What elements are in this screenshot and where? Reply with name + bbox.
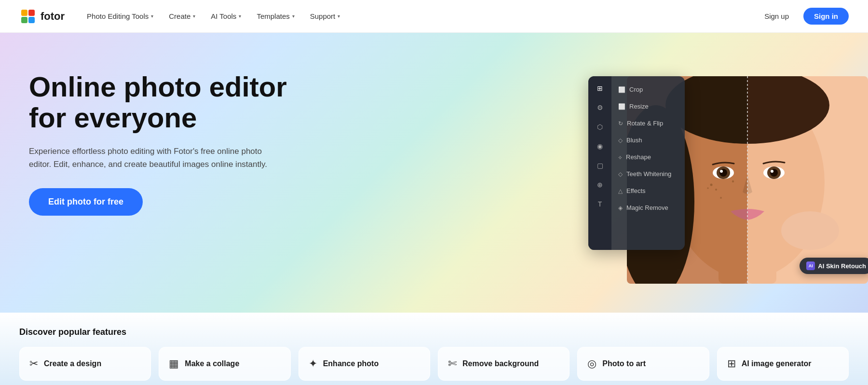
- nav-item-ai-tools[interactable]: AI Tools ▾: [204, 8, 248, 24]
- features-section: Discover popular features ✂ Create a des…: [0, 313, 868, 385]
- feature-card-photo-to-art[interactable]: ◎ Photo to art: [577, 347, 709, 381]
- nav-item-support[interactable]: Support ▾: [303, 8, 347, 24]
- logo-text: fotor: [41, 10, 65, 23]
- feature-label-remove-background: Remove background: [462, 359, 539, 368]
- crop-icon: ⬜: [618, 86, 625, 93]
- svg-rect-3: [21, 17, 27, 23]
- feature-label-create-design: Create a design: [44, 359, 101, 368]
- svg-point-30: [720, 197, 722, 199]
- rotate-icon: ↻: [618, 120, 623, 127]
- chevron-down-icon: ▾: [239, 14, 241, 19]
- nav-item-create[interactable]: Create ▾: [162, 8, 202, 24]
- svg-rect-4: [28, 17, 35, 23]
- svg-rect-1: [21, 10, 27, 16]
- menu-item-teeth-whitening[interactable]: ◇ Teeth Whitening: [611, 165, 685, 182]
- teeth-icon: ◇: [618, 171, 623, 178]
- logo[interactable]: fotor: [19, 8, 65, 25]
- panel-sidebar: ⊞ ⚙ ⬡ ◉ ▢ ⊕ T: [588, 76, 611, 250]
- menu-item-reshape[interactable]: ⟡ Reshape: [611, 149, 685, 165]
- text-icon[interactable]: T: [595, 199, 605, 209]
- signup-button[interactable]: Sign up: [756, 8, 798, 24]
- remove-bg-icon: ✄: [448, 358, 457, 370]
- svg-point-23: [770, 169, 778, 177]
- ai-skin-retouch-badge: AI AI Skin Retouch: [800, 258, 868, 274]
- nav-links: Photo Editing Tools ▾ Create ▾ AI Tools …: [80, 8, 756, 24]
- sliders-icon[interactable]: ⚙: [595, 102, 605, 113]
- people-icon[interactable]: ⊕: [595, 179, 605, 190]
- features-section-title: Discover popular features: [19, 327, 849, 337]
- svg-point-20: [720, 170, 723, 173]
- collage-icon: ▦: [169, 358, 179, 370]
- feature-card-enhance-photo[interactable]: ✦ Enhance photo: [298, 347, 430, 381]
- nav-auth: Sign up Sign in: [756, 8, 849, 25]
- blush-icon: ◇: [618, 137, 623, 144]
- effects-icon: △: [618, 188, 623, 194]
- hero-subtitle: Experience effortless photo editing with…: [29, 145, 280, 171]
- resize-icon: ⬜: [618, 103, 625, 110]
- create-design-icon: ✂: [29, 358, 38, 370]
- svg-point-19: [719, 169, 727, 177]
- chevron-down-icon: ▾: [151, 14, 153, 19]
- menu-item-rotate[interactable]: ↻ Rotate & Flip: [611, 115, 685, 132]
- hero-section: Online photo editor for everyone Experie…: [0, 33, 868, 313]
- signin-button[interactable]: Sign in: [803, 8, 849, 25]
- navbar: fotor Photo Editing Tools ▾ Create ▾ AI …: [0, 0, 868, 33]
- feature-card-make-collage[interactable]: ▦ Make a collage: [159, 347, 290, 381]
- svg-point-16: [781, 211, 839, 250]
- panel-menu: ⬜ Crop ⬜ Resize ↻ Rotate & Flip ◇ Blush …: [611, 76, 685, 250]
- svg-rect-2: [28, 10, 35, 16]
- feature-card-remove-background[interactable]: ✄ Remove background: [438, 347, 570, 381]
- flask-icon[interactable]: ⬡: [595, 122, 605, 132]
- eye-icon[interactable]: ◉: [595, 141, 605, 151]
- frame-icon[interactable]: ▢: [595, 160, 605, 171]
- ai-generator-icon: ⊞: [727, 358, 736, 370]
- reshape-icon: ⟡: [618, 154, 622, 161]
- feature-card-create-design[interactable]: ✂ Create a design: [19, 347, 151, 381]
- svg-point-27: [715, 189, 717, 191]
- chevron-down-icon: ▾: [338, 14, 340, 19]
- chevron-down-icon: ▾: [193, 14, 195, 19]
- photo-art-icon: ◎: [587, 358, 597, 370]
- menu-item-blush[interactable]: ◇ Blush: [611, 132, 685, 149]
- svg-point-24: [771, 170, 773, 173]
- svg-point-26: [710, 184, 713, 186]
- svg-rect-14: [719, 255, 747, 284]
- hero-content: Online photo editor for everyone Experie…: [0, 33, 328, 235]
- svg-point-29: [732, 180, 734, 182]
- menu-item-resize[interactable]: ⬜ Resize: [611, 98, 685, 115]
- editor-mockup: ⊞ ⚙ ⬡ ◉ ▢ ⊕ T ⬜ Crop ⬜ Resize ↻: [588, 76, 868, 289]
- feature-label-photo-to-art: Photo to art: [602, 359, 646, 368]
- feature-label-ai-image-generator: AI image generator: [742, 359, 812, 368]
- feature-card-ai-image-generator[interactable]: ⊞ AI image generator: [717, 347, 849, 381]
- nav-item-templates[interactable]: Templates ▾: [250, 8, 301, 24]
- menu-item-crop[interactable]: ⬜ Crop: [611, 81, 685, 98]
- features-grid: ✂ Create a design ▦ Make a collage ✦ Enh…: [19, 347, 849, 381]
- feature-label-make-collage: Make a collage: [185, 359, 239, 368]
- svg-point-28: [707, 187, 709, 189]
- menu-item-effects[interactable]: △ Effects: [611, 182, 685, 199]
- edit-photo-cta-button[interactable]: Edit photo for free: [29, 188, 143, 216]
- grid-icon[interactable]: ⊞: [595, 83, 605, 94]
- editor-panel: ⊞ ⚙ ⬡ ◉ ▢ ⊕ T ⬜ Crop ⬜ Resize ↻: [588, 76, 685, 250]
- nav-item-photo-editing-tools[interactable]: Photo Editing Tools ▾: [80, 8, 160, 24]
- svg-rect-15: [747, 255, 776, 284]
- magic-icon: ◈: [618, 205, 623, 211]
- menu-item-magic-remove[interactable]: ◈ Magic Remove: [611, 199, 685, 216]
- feature-label-enhance-photo: Enhance photo: [323, 359, 379, 368]
- ai-icon: AI: [806, 261, 815, 270]
- enhance-icon: ✦: [309, 358, 317, 370]
- chevron-down-icon: ▾: [292, 14, 295, 19]
- hero-title: Online photo editor for everyone: [29, 71, 299, 133]
